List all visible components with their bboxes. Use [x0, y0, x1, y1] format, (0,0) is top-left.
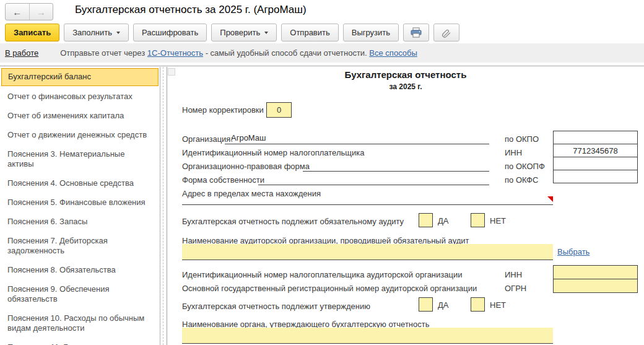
address-field[interactable]: [182, 192, 553, 205]
report-sections-list: Бухгалтерский баланс Отчет о финансовых …: [0, 67, 160, 345]
inn-code-label: ИНН: [505, 148, 522, 157]
fill-button[interactable]: Заполнить: [64, 24, 129, 41]
sidebar-item-liability-security[interactable]: Пояснения 9. Обеспечения обязательств: [0, 280, 160, 309]
status-message-middle: - самый удобный способ сдачи отчетности.: [203, 48, 369, 58]
status-message-prefix: Отправьте отчет через: [60, 48, 147, 58]
audit-yes-checkbox[interactable]: [419, 213, 433, 227]
dropdown-caret-icon: [264, 32, 268, 34]
status-message: Отправьте отчет через 1С-Отчетность - са…: [60, 48, 417, 58]
okopf-code-field[interactable]: [553, 157, 638, 170]
printer-icon: [410, 27, 422, 38]
inn-code-field[interactable]: 7712345678: [553, 144, 638, 157]
export-button[interactable]: Выгрузить: [343, 24, 399, 41]
legal-form-label: Организационно-правовая форма: [182, 162, 310, 171]
send-button[interactable]: Отправить: [281, 24, 338, 41]
status-bar: В работе Отправьте отчет через 1С-Отчетн…: [0, 43, 644, 63]
audit-no-checkbox[interactable]: [471, 213, 485, 227]
sidebar-item-fin-results[interactable]: Отчет о финансовых результатах: [0, 87, 160, 107]
attach-button[interactable]: [433, 24, 459, 41]
organization-field[interactable]: АгроМаш: [225, 131, 489, 144]
app-window: ← → Бухгалтерская отчетность за 2025 г. …: [0, 0, 644, 345]
ownership-form-label: Форма собственности: [182, 175, 264, 185]
save-button[interactable]: Записать: [5, 24, 59, 41]
ownership-form-field[interactable]: [258, 172, 489, 185]
approval-no-label: НЕТ: [490, 300, 506, 310]
auditor-inn-field[interactable]: [553, 265, 638, 279]
taxpayer-inn-label: Идентификационный номер налогоплательщик…: [182, 148, 364, 157]
auditor-ogrn-field[interactable]: [553, 279, 638, 293]
back-arrow-icon: ←: [12, 7, 22, 17]
approval-yes-checkbox[interactable]: [419, 297, 433, 312]
sidebar-item-balance[interactable]: Бухгалтерский баланс: [1, 68, 159, 86]
codes-table: 7712345678: [553, 131, 638, 183]
auditor-ogrn-label: Основной государственный регистрационный…: [182, 284, 477, 293]
toolbar: Записать Заполнить Расшифровать Проверит…: [5, 24, 459, 41]
sidebar-item-receivables[interactable]: Пояснения 7. Дебиторская задолженность: [0, 232, 160, 261]
back-button[interactable]: ←: [6, 4, 30, 20]
sidebar-item-cash-flow[interactable]: Отчет о движении денежных средств: [0, 126, 160, 145]
check-button-label: Проверить: [220, 28, 260, 37]
legal-form-field[interactable]: [303, 159, 489, 172]
fill-button-label: Заполнить: [72, 28, 112, 37]
1c-reporting-link[interactable]: 1С-Отчетность: [147, 48, 203, 58]
check-button[interactable]: Проверить: [211, 24, 277, 41]
sidebar-item-state-aid[interactable]: Пояснения 11. Государственная помощь: [0, 338, 160, 345]
sidebar-splitter[interactable]: [163, 67, 163, 345]
correction-number-label: Номер корректировки: [182, 105, 264, 115]
sidebar-item-inventory[interactable]: Пояснения 6. Запасы: [0, 212, 160, 232]
history-nav: ← →: [5, 3, 53, 20]
dropdown-caret-icon: [116, 32, 120, 34]
auditor-inn-code-label: ИНН: [505, 270, 522, 279]
auditor-inn-label: Идентификационный номер налогоплательщик…: [182, 270, 462, 279]
okopf-code-label: по ОКОПФ: [505, 162, 545, 171]
audit-required-label: Бухгалтерская отчетность подлежит обязат…: [182, 217, 404, 226]
sidebar-item-intangible-assets[interactable]: Пояснения 3. Нематериальные активы: [0, 145, 160, 174]
decipher-button[interactable]: Расшифровать: [133, 24, 207, 41]
form-panel-border: [167, 67, 167, 345]
audit-no-label: НЕТ: [490, 216, 506, 225]
window-title: Бухгалтерская отчетность за 2025 г. (Агр…: [75, 4, 307, 16]
okfs-code-field[interactable]: [553, 170, 638, 183]
okpo-code-field[interactable]: [553, 131, 638, 144]
approval-yes-label: ДА: [438, 300, 448, 310]
auditor-ogrn-code-label: ОГРН: [505, 284, 526, 293]
print-button[interactable]: [403, 24, 429, 41]
approval-required-label: Бухгалтерская отчетность подлежит утверж…: [182, 302, 370, 311]
all-ways-link[interactable]: Все способы: [369, 48, 417, 58]
header-divider: [0, 66, 644, 66]
auditor-codes-table: [553, 266, 638, 293]
form-title: Бухгалтерская отчетность: [167, 69, 644, 80]
sidebar-item-fin-investments[interactable]: Пояснения 5. Финансовые вложения: [0, 193, 160, 212]
correction-number-field[interactable]: 0: [266, 102, 292, 118]
form-subtitle: за 2025 г.: [167, 82, 644, 91]
choose-auditor-link[interactable]: Выбрать: [557, 247, 590, 256]
approval-org-field[interactable]: [182, 328, 553, 344]
sidebar-item-fixed-assets[interactable]: Пояснения 4. Основные средства: [0, 174, 160, 193]
okfs-code-label: по ОКФС: [505, 175, 538, 185]
sidebar-item-liabilities[interactable]: Пояснения 8. Обязательства: [0, 261, 160, 280]
paperclip-icon: [441, 27, 452, 38]
sidebar-item-capital-changes[interactable]: Отчет об изменениях капитала: [0, 107, 160, 126]
forward-button[interactable]: →: [30, 4, 53, 20]
sidebar-item-ordinary-expenses[interactable]: Пояснения 10. Расходы по обычным видам д…: [0, 309, 160, 338]
auditor-name-field[interactable]: [182, 244, 553, 260]
audit-yes-label: ДА: [438, 216, 448, 225]
approval-no-checkbox[interactable]: [471, 297, 485, 312]
error-marker-icon: [547, 196, 553, 202]
okpo-code-label: по ОКПО: [505, 134, 539, 144]
report-state-link[interactable]: В работе: [5, 48, 38, 58]
forward-arrow-icon: →: [37, 7, 46, 17]
